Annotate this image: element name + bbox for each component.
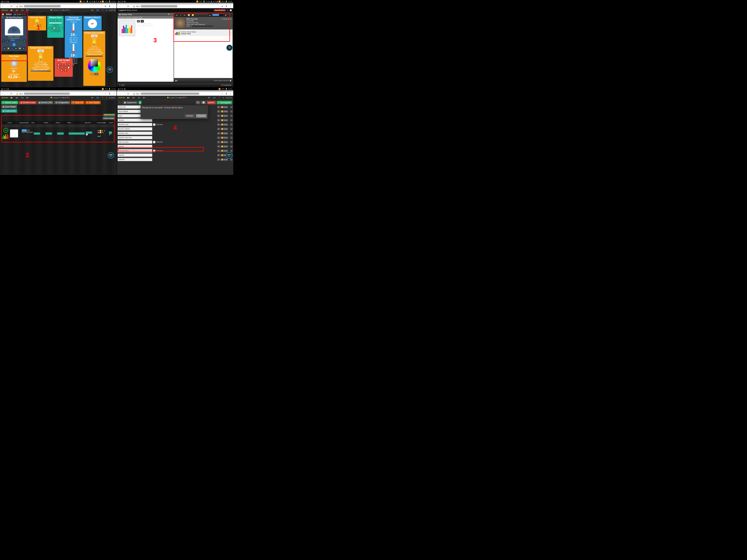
rewind-button[interactable]: ⏪ bbox=[7, 47, 10, 50]
url-bar[interactable]: 🔒 https: bbox=[15, 92, 103, 96]
power-icon[interactable]: ⏻ bbox=[227, 9, 229, 11]
off-button[interactable]: Off bbox=[37, 24, 41, 27]
back-button[interactable]: ← bbox=[2, 92, 4, 95]
slider[interactable] bbox=[49, 23, 62, 23]
test-button[interactable]: 📶 Tester bbox=[221, 158, 228, 161]
forward-button[interactable]: → bbox=[123, 5, 125, 8]
forward-button[interactable]: ⏩ bbox=[18, 47, 22, 50]
test-button[interactable]: 📶 Tester bbox=[221, 106, 228, 108]
views-icon[interactable]: ▤▾ bbox=[15, 9, 19, 11]
seek-bar[interactable] bbox=[191, 26, 213, 26]
table-row[interactable]: ⏻ Salon SB Max2PlaySalon bbox=[2, 127, 115, 140]
prev-track-button[interactable]: ⏮ bbox=[3, 47, 6, 50]
hsv-slider[interactable] bbox=[30, 71, 51, 72]
color-wheel[interactable] bbox=[88, 59, 101, 72]
check-button[interactable]: ✓ bbox=[12, 43, 16, 46]
breadcrumb[interactable]: Accueil > Deezer > Deezer Flow bbox=[118, 16, 174, 19]
gear-button[interactable]: ⚙ bbox=[217, 136, 220, 139]
download-icon[interactable]: ⬇ bbox=[225, 92, 227, 95]
help-link[interactable]: ❓ Aide bbox=[119, 84, 124, 86]
remove-button[interactable]: − bbox=[230, 150, 233, 152]
scanrapide-button[interactable]: ⟳ Scan Rapide bbox=[85, 101, 101, 104]
pause-button[interactable]: ⏸ bbox=[179, 14, 182, 17]
remove-button[interactable]: − bbox=[230, 128, 233, 130]
dial[interactable]: 19° bbox=[88, 19, 97, 28]
command-name-input[interactable] bbox=[118, 145, 152, 148]
scanpl-button[interactable]: ▤ Scan Playlist bbox=[1, 105, 17, 108]
menu-icon[interactable]: ⋮ bbox=[112, 92, 115, 95]
settings-link[interactable]: ⚙ Paramètres bbox=[221, 84, 231, 86]
command-name-input[interactable] bbox=[118, 127, 152, 131]
reload-button[interactable]: ⟳ bbox=[127, 5, 129, 8]
volume-slider[interactable] bbox=[11, 40, 21, 41]
equipements-button[interactable]: ▥ Equipements bbox=[1, 109, 17, 113]
gear-button[interactable]: ⚙ bbox=[217, 150, 220, 152]
gear-button[interactable]: ⚙ bbox=[217, 106, 220, 108]
remove-button[interactable]: − bbox=[230, 106, 233, 108]
playlist-item[interactable]: Deezer Smart RadioDeezer Flow ♫ bbox=[174, 29, 233, 36]
gear-button[interactable]: ⚙ bbox=[217, 141, 220, 143]
mute-button[interactable]: ✕ bbox=[2, 39, 5, 43]
jeedom-logo[interactable]: JEEDOM bbox=[118, 97, 125, 99]
plugins-icon[interactable]: ⚙▾ bbox=[91, 9, 94, 11]
download-icon[interactable]: ⬇ bbox=[108, 92, 111, 95]
command-name-input[interactable] bbox=[118, 140, 152, 144]
commands-tab[interactable]: ≣ bbox=[138, 101, 141, 104]
bookmark-icon[interactable]: ★ bbox=[221, 5, 224, 8]
remove-button[interactable]: − bbox=[230, 132, 233, 135]
gear-button[interactable]: ⚙ bbox=[217, 128, 220, 130]
on-button[interactable]: On bbox=[33, 24, 37, 27]
test-button[interactable]: 📶 Tester bbox=[221, 145, 228, 148]
home-icon[interactable]: 🏠▾ bbox=[10, 9, 14, 11]
hsv-slider[interactable] bbox=[86, 56, 103, 56]
repeat-button[interactable]: 🔁 bbox=[191, 14, 195, 17]
jeedom-logo[interactable]: JEEDOM bbox=[1, 9, 8, 11]
power-icon[interactable]: ⏻ bbox=[2, 16, 3, 18]
jeedom-logo[interactable]: JEEDOM bbox=[1, 97, 8, 99]
back-button[interactable]: ← bbox=[118, 92, 121, 95]
gear-button[interactable]: ⚙ bbox=[217, 145, 220, 148]
menu-icon[interactable]: ⋮ bbox=[229, 92, 232, 95]
forward-button[interactable]: → bbox=[6, 5, 8, 8]
add-button[interactable]: ＋ bbox=[140, 20, 144, 23]
toggle-button[interactable]: Toggle bbox=[37, 50, 44, 52]
back-button[interactable]: ← bbox=[118, 5, 121, 8]
player-selector[interactable]: Max2PlaySalon bbox=[214, 9, 226, 11]
test-button[interactable]: 📶 Tester bbox=[221, 124, 228, 126]
save-button[interactable]: ✔ Sauvegarder bbox=[217, 101, 232, 104]
remove-button[interactable]: − bbox=[230, 158, 233, 161]
command-name-input[interactable] bbox=[118, 158, 152, 161]
test-button[interactable]: 📶 Tester bbox=[221, 119, 228, 122]
remove-button[interactable]: − bbox=[230, 124, 233, 126]
allumer-button[interactable]: ☀ Allumer toutes bbox=[1, 101, 18, 104]
vol-down-button[interactable]: 🔈 bbox=[6, 39, 9, 43]
notif-icon[interactable]: ● bbox=[106, 9, 108, 11]
gear-button[interactable]: ⚙ bbox=[217, 110, 220, 113]
bookmark-icon[interactable]: ★ bbox=[104, 5, 107, 8]
power-button[interactable]: ⏻ bbox=[3, 128, 8, 133]
test-button[interactable]: 📶 Tester bbox=[221, 141, 228, 143]
gear-button[interactable]: ⚙ bbox=[217, 119, 220, 122]
search-icon[interactable]: 🔍 bbox=[168, 14, 170, 16]
remove-button[interactable]: − bbox=[230, 145, 233, 148]
remove-button[interactable]: − bbox=[230, 119, 233, 122]
forward-button[interactable]: → bbox=[123, 92, 125, 95]
next-track-button[interactable]: ⏭ bbox=[22, 47, 25, 50]
test-button[interactable]: 📶 Tester bbox=[221, 110, 228, 113]
reload-button[interactable]: ⟳ bbox=[127, 92, 129, 95]
gear-button[interactable]: ⚙ bbox=[217, 124, 220, 126]
gear-button[interactable]: ⚙ bbox=[217, 158, 220, 161]
list-icon[interactable]: ≣▾ bbox=[26, 9, 29, 11]
bookmark-icon[interactable]: ☆ bbox=[221, 92, 224, 95]
user-icon[interactable]: 👤▾ bbox=[96, 9, 100, 11]
historiser-checkbox[interactable]: Historiser bbox=[153, 141, 163, 143]
remove-button[interactable]: − bbox=[230, 141, 233, 143]
next-button[interactable]: ⏭ bbox=[183, 14, 186, 17]
forward-button[interactable]: → bbox=[6, 92, 8, 95]
back-button[interactable]: ← bbox=[2, 5, 4, 8]
stop-button[interactable]: ⏹ bbox=[15, 47, 18, 50]
tools-icon[interactable]: 🔧▾ bbox=[20, 9, 24, 11]
equipement-tab[interactable]: 📋 Equipement bbox=[122, 101, 138, 104]
home-icon[interactable]: 🏠 bbox=[119, 14, 121, 16]
command-name-input[interactable] bbox=[118, 154, 152, 157]
